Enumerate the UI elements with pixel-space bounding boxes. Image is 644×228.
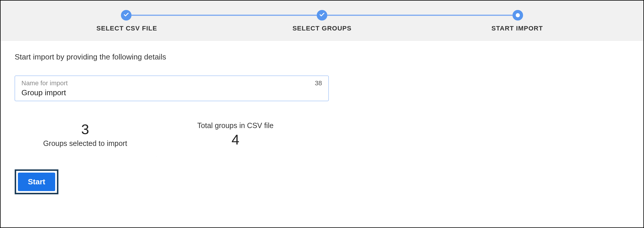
card-groups-selected-value: 3: [81, 121, 89, 137]
step-label-select-groups: SELECT GROUPS: [284, 25, 360, 32]
import-name-label: Name for import: [21, 79, 322, 87]
step-label-start-import: START IMPORT: [479, 25, 555, 32]
step-node-start-import[interactable]: [512, 10, 523, 21]
import-wizard-frame: SELECT CSV FILE SELECT GROUPS START IMPO…: [0, 0, 644, 228]
import-name-counter: 38: [315, 79, 322, 87]
card-total-groups-label: Total groups in CSV file: [197, 121, 274, 130]
import-name-field[interactable]: Name for import 38: [15, 76, 329, 101]
check-icon: [123, 12, 129, 19]
stepper-labels: SELECT CSV FILE SELECT GROUPS START IMPO…: [12, 25, 632, 32]
card-total-groups-value: 4: [232, 132, 240, 148]
stepper-row: [12, 10, 632, 21]
card-total-groups: Total groups in CSV file 4: [156, 112, 306, 157]
start-button-highlight: Start: [15, 169, 58, 194]
stepper: SELECT CSV FILE SELECT GROUPS START IMPO…: [1, 1, 643, 41]
content-area: Start import by providing the following …: [1, 41, 643, 206]
step-label-select-csv: SELECT CSV FILE: [89, 25, 165, 32]
start-button[interactable]: Start: [18, 173, 55, 191]
step-line: [327, 15, 512, 16]
card-groups-selected-label: Groups selected to import: [43, 139, 127, 148]
summary-cards: 3 Groups selected to import Total groups…: [15, 112, 629, 157]
step-line: [132, 15, 317, 16]
intro-text: Start import by providing the following …: [15, 52, 629, 62]
check-icon: [319, 12, 325, 19]
card-groups-selected: 3 Groups selected to import: [15, 112, 164, 157]
step-node-select-groups[interactable]: [317, 10, 327, 21]
step-node-select-csv[interactable]: [121, 10, 132, 21]
import-name-input[interactable]: [21, 88, 292, 97]
